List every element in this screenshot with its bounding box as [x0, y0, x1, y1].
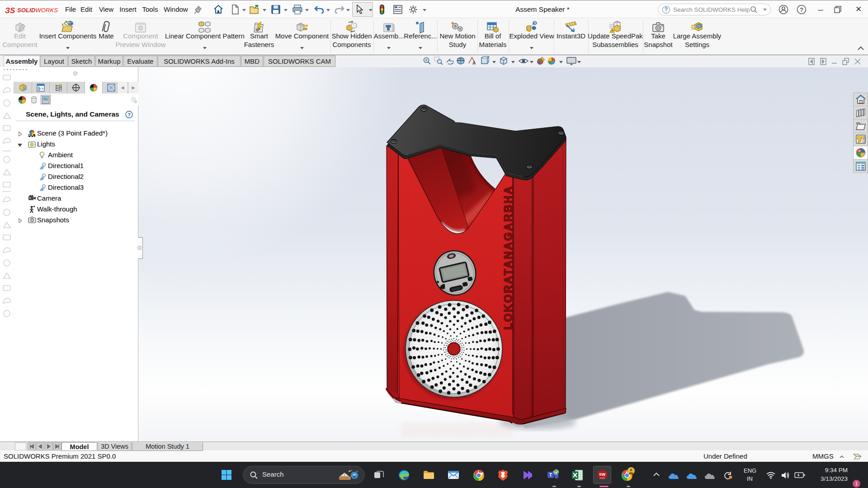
- svg-text:SW: SW: [599, 472, 606, 477]
- svg-text:A: A: [472, 61, 476, 66]
- svg-text:ЗS: ЗS: [5, 6, 15, 15]
- svg-text:2021: 2021: [599, 477, 605, 479]
- svg-text:?: ?: [800, 6, 803, 13]
- svg-text:?: ?: [127, 112, 131, 117]
- svg-text:SOLIDWORKS: SOLIDWORKS: [17, 7, 58, 14]
- svg-text:LOKORATANAGARBHA: LOKORATANAGARBHA: [502, 185, 514, 330]
- svg-text:T: T: [549, 473, 552, 478]
